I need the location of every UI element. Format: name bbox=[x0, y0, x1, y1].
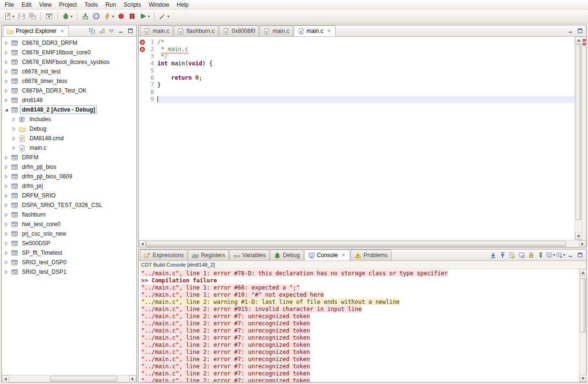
tab-registers[interactable]: 1010Registers bbox=[188, 249, 229, 260]
tab-debug[interactable]: Debug bbox=[270, 249, 303, 260]
menu-project[interactable]: Project bbox=[55, 0, 81, 9]
twisty-collapsed-icon[interactable] bbox=[4, 270, 9, 274]
scroll-left-icon[interactable] bbox=[139, 240, 146, 248]
twisty-collapsed-icon[interactable] bbox=[11, 136, 17, 141]
twisty-collapsed-icon[interactable] bbox=[4, 79, 9, 83]
tree-item-main-c[interactable]: cmain.c bbox=[2, 143, 136, 153]
editor-tab-flashburn-c-1[interactable]: cflashburn.c bbox=[174, 25, 218, 36]
tree-item-srio-test-dsp1[interactable]: SRIO_test_DSP1 bbox=[2, 267, 136, 277]
project-tree[interactable]: C6678_DDR3_DRFMC6678_EMIF16boot_core0C66… bbox=[2, 37, 136, 375]
twisty-collapsed-icon[interactable] bbox=[4, 60, 9, 64]
editor-tab-0x8006f0-2[interactable]: c0x8006f0 bbox=[219, 25, 259, 36]
gutter-marker[interactable] bbox=[139, 89, 146, 96]
maximize-button[interactable] bbox=[126, 27, 134, 35]
scrollbar-track[interactable] bbox=[9, 375, 129, 382]
tab-variables[interactable]: (x)=Variables bbox=[229, 249, 269, 260]
next-message-button[interactable] bbox=[489, 251, 497, 259]
display-selected-console-button[interactable]: ▾ bbox=[546, 251, 555, 259]
twisty-collapsed-icon[interactable] bbox=[4, 70, 9, 74]
tree-item-c6678-emifboot-8cores-sysbios[interactable]: C6678_EMIFboot_8cores_sysbios bbox=[2, 57, 136, 67]
twisty-collapsed-icon[interactable] bbox=[4, 213, 9, 217]
menu-view[interactable]: View bbox=[35, 0, 55, 9]
tree-item-drfm-prj[interactable]: drfm_prj bbox=[2, 181, 136, 191]
twisty-collapsed-icon[interactable] bbox=[4, 184, 9, 188]
collapse-all-button[interactable] bbox=[88, 27, 96, 35]
tree-item-dm8148[interactable]: dm8148 bbox=[2, 95, 136, 105]
scroll-left-icon[interactable] bbox=[2, 375, 9, 383]
menu-scripts[interactable]: Scripts bbox=[120, 0, 145, 9]
menu-edit[interactable]: Edit bbox=[18, 0, 35, 9]
editor-hscrollbar[interactable] bbox=[139, 240, 586, 247]
dropdown-arrow-icon[interactable]: ▾ bbox=[71, 14, 72, 19]
twisty-collapsed-icon[interactable] bbox=[4, 260, 9, 265]
twisty-collapsed-icon[interactable] bbox=[4, 251, 9, 255]
scroll-down-icon[interactable] bbox=[575, 233, 582, 240]
editor-tab-main-c-0[interactable]: cmain.c bbox=[140, 25, 173, 36]
scrollbar-thumb[interactable] bbox=[576, 44, 581, 220]
maximize-button[interactable] bbox=[576, 251, 584, 259]
gutter-marker[interactable] bbox=[139, 53, 146, 60]
resume-button[interactable]: ▾ bbox=[138, 11, 151, 22]
minimize-button[interactable] bbox=[116, 27, 125, 35]
scroll-up-icon[interactable] bbox=[579, 269, 587, 276]
open-element-button[interactable] bbox=[44, 11, 54, 22]
link-with-editor-button[interactable] bbox=[97, 27, 106, 35]
previous-message-button[interactable] bbox=[498, 251, 507, 259]
connect-target-button[interactable] bbox=[91, 11, 102, 22]
scrollbar-thumb[interactable] bbox=[146, 241, 566, 247]
tree-item-flashburn[interactable]: flashburn bbox=[2, 210, 136, 219]
halt-button[interactable] bbox=[127, 11, 137, 22]
tree-item-dm8148-2-active-debug[interactable]: dm8148_2 [Active - Debug] bbox=[2, 105, 136, 114]
gutter-marker[interactable] bbox=[139, 60, 146, 67]
tree-item-sp-fft-timetest[interactable]: SP_fft_Timetest bbox=[2, 248, 136, 258]
scrollbar-track[interactable] bbox=[146, 240, 579, 247]
minimize-button[interactable] bbox=[566, 27, 575, 35]
menu-run[interactable]: Run bbox=[102, 0, 120, 9]
twisty-collapsed-icon[interactable] bbox=[4, 175, 9, 179]
menu-file[interactable]: File bbox=[1, 0, 18, 9]
twisty-collapsed-icon[interactable] bbox=[4, 156, 9, 160]
flash-button[interactable]: ▾ bbox=[102, 11, 115, 22]
clear-console-button[interactable] bbox=[517, 251, 526, 259]
scroll-lock-button[interactable] bbox=[527, 251, 536, 259]
error-annotation[interactable] bbox=[583, 43, 586, 45]
twisty-collapsed-icon[interactable] bbox=[4, 222, 9, 227]
twisty-collapsed-icon[interactable] bbox=[11, 117, 17, 122]
tree-item-drfm-pjt-bios[interactable]: drfm_pjt_bios bbox=[2, 162, 136, 172]
scrollbar-track[interactable] bbox=[579, 276, 586, 375]
twisty-collapsed-icon[interactable] bbox=[4, 194, 9, 198]
menu-window[interactable]: Window bbox=[145, 0, 173, 9]
tree-item-hwi-test-core0[interactable]: hwi_test_core0 bbox=[2, 219, 136, 229]
dropdown-arrow-icon[interactable]: ▾ bbox=[12, 14, 14, 19]
copy-build-log-button[interactable] bbox=[508, 251, 516, 259]
tree-item-drfm-srio[interactable]: DRFM_SRIO bbox=[2, 191, 136, 200]
tree-item-drfm[interactable]: DRFM bbox=[2, 153, 136, 162]
tree-item-includes[interactable]: Includes bbox=[2, 114, 136, 124]
scroll-right-icon[interactable] bbox=[129, 375, 136, 383]
load-program-button[interactable] bbox=[80, 11, 91, 22]
new-breakpoint-button[interactable] bbox=[116, 11, 126, 22]
close-icon[interactable]: ✕ bbox=[326, 29, 332, 33]
scroll-down-icon[interactable] bbox=[579, 375, 587, 382]
editor-overview-ruler[interactable] bbox=[582, 37, 586, 240]
minimize-button[interactable] bbox=[566, 251, 575, 259]
tree-item-c6678-init-test[interactable]: c6678_init_test bbox=[2, 67, 136, 76]
tab-problems[interactable]: Problems bbox=[351, 249, 392, 260]
editor-tab-main-c-3[interactable]: cmain.c bbox=[259, 25, 293, 36]
twisty-collapsed-icon[interactable] bbox=[11, 127, 17, 131]
gutter-marker[interactable] bbox=[139, 82, 146, 89]
error-annotation[interactable] bbox=[583, 39, 586, 42]
twisty-collapsed-icon[interactable] bbox=[4, 89, 9, 93]
tree-item-srio-test-dsp0[interactable]: SRIO_test_DSP0 bbox=[2, 258, 136, 267]
twisty-collapsed-icon[interactable] bbox=[4, 41, 9, 45]
error-marker-icon[interactable] bbox=[139, 39, 146, 46]
editor-tab-main-c-4[interactable]: cmain.c✕ bbox=[294, 25, 336, 36]
twisty-collapsed-icon[interactable] bbox=[4, 241, 9, 246]
pin-console-button[interactable] bbox=[536, 251, 545, 259]
code-editor[interactable]: 1/*2 * main.c3 */4int main(void) {56 ret… bbox=[139, 37, 575, 240]
dropdown-arrow-icon[interactable]: ▾ bbox=[553, 253, 555, 257]
tree-item-c6678-emif16boot-core0[interactable]: C6678_EMIF16boot_core0 bbox=[2, 48, 136, 57]
twisty-collapsed-icon[interactable] bbox=[4, 165, 9, 169]
console-output[interactable]: "../main.c", line 1: error #78-D: this d… bbox=[139, 269, 579, 382]
scrollbar-thumb[interactable] bbox=[580, 278, 586, 332]
